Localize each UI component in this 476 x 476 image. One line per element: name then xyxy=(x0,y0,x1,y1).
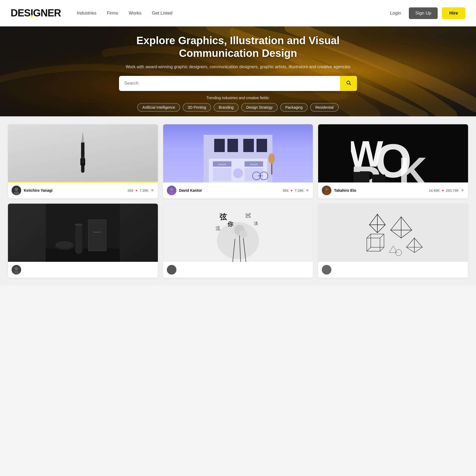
svg-point-98 xyxy=(322,265,331,274)
logo[interactable]: DESIGNER xyxy=(11,7,61,19)
signup-button[interactable]: Sign Up xyxy=(409,7,437,19)
header: DESIGNER Industries Firms Works Get List… xyxy=(0,0,476,26)
svg-text:LALIQUE: LALIQUE xyxy=(218,163,226,166)
svg-rect-29 xyxy=(213,168,231,181)
svg-rect-21 xyxy=(227,139,238,152)
card-6-footer xyxy=(318,262,468,278)
trending-label: Trending industries and creative fields: xyxy=(137,96,338,100)
card-1[interactable]: ancora 21K 875 Keiichiro Yanagi 369 xyxy=(8,124,158,198)
card-1-stats: 369 ♥ 7.39K 👁 xyxy=(127,189,154,193)
svg-text:弦: 弦 xyxy=(219,213,227,221)
svg-text:875: 875 xyxy=(82,162,84,163)
tag-packaging[interactable]: Packaging xyxy=(280,103,308,112)
card-4-avatar xyxy=(12,265,21,274)
svg-text:K: K xyxy=(399,149,427,182)
avatar-icon-3 xyxy=(322,186,331,195)
svg-text:你: 你 xyxy=(227,221,234,227)
card-5-footer xyxy=(163,262,313,278)
avatar-icon-5 xyxy=(167,265,176,274)
eye-icon-3: 👁 xyxy=(461,189,464,193)
login-button[interactable]: Login xyxy=(386,8,405,19)
tag-design-strategy[interactable]: Design Strategy xyxy=(241,103,278,112)
svg-point-36 xyxy=(268,153,275,164)
svg-text:淡: 淡 xyxy=(254,221,258,226)
nav-firms[interactable]: Firms xyxy=(107,11,118,16)
card-1-avatar xyxy=(12,186,21,195)
card-6[interactable] xyxy=(318,204,468,278)
svg-rect-53 xyxy=(89,220,106,251)
card-3-avatar xyxy=(322,186,331,195)
avatar-icon-6 xyxy=(322,265,331,274)
svg-rect-20 xyxy=(214,139,225,152)
card-2-avatar xyxy=(167,186,176,195)
svg-point-57 xyxy=(75,223,83,226)
card-6-avatar xyxy=(322,265,331,274)
svg-rect-23 xyxy=(257,139,267,152)
card-1-image: ancora 21K 875 xyxy=(8,124,158,182)
card-3-footer: Takahiro Eto 14.69K ♥ 293.78K 👁 xyxy=(318,182,468,198)
tag-ai[interactable]: Artificial Intelligence xyxy=(137,103,180,112)
svg-rect-46 xyxy=(372,175,385,182)
shop-svg: LALIQUE LALIQUE xyxy=(198,124,278,182)
card-4-footer xyxy=(8,262,158,278)
hire-button[interactable]: Hire xyxy=(442,7,465,19)
search-input[interactable] xyxy=(119,76,340,90)
search-icon xyxy=(346,80,351,85)
card-4-image: PRODUCT xyxy=(8,204,158,262)
header-actions: Login Sign Up Hire xyxy=(386,7,465,19)
svg-text:21K: 21K xyxy=(82,161,84,162)
card-2-image: LALIQUE LALIQUE xyxy=(163,124,313,182)
svg-point-38 xyxy=(170,188,173,191)
card-2-views: 7.28K xyxy=(295,189,304,193)
card-3-likes: 14.69K xyxy=(429,189,440,193)
svg-text:沉: 沉 xyxy=(245,213,251,218)
avatar-icon-2 xyxy=(167,186,176,195)
card-3[interactable]: W O R K xyxy=(318,124,468,198)
nav-industries[interactable]: Industries xyxy=(77,11,97,16)
chinese-svg: 弦 你 流 沉 淡 xyxy=(201,204,275,262)
cosmetic-svg: PRODUCT xyxy=(46,204,120,262)
card-5-image: 弦 你 流 沉 淡 xyxy=(163,204,313,262)
svg-rect-22 xyxy=(243,139,254,152)
nav-get-listed[interactable]: Get Listed xyxy=(152,11,173,16)
heart-icon-2: ♥ xyxy=(291,189,293,193)
eye-icon-2: 👁 xyxy=(306,189,309,193)
svg-rect-56 xyxy=(75,225,82,254)
card-3-views: 293.78K xyxy=(446,189,459,193)
hero-section: Explore Graphics, Illustration and Visua… xyxy=(0,26,476,116)
avatar-icon xyxy=(12,186,21,195)
svg-point-48 xyxy=(325,188,328,191)
svg-rect-45 xyxy=(354,172,369,182)
logo-des: DES xyxy=(11,7,30,19)
card-5-avatar xyxy=(167,265,176,274)
heart-icon: ♥ xyxy=(135,189,138,193)
card-5[interactable]: 弦 你 流 沉 淡 xyxy=(163,204,313,278)
card-4[interactable]: PRODUCT xyxy=(8,204,158,278)
tag-residential[interactable]: Residential xyxy=(310,103,338,112)
search-button[interactable] xyxy=(340,76,357,91)
card-2[interactable]: LALIQUE LALIQUE xyxy=(163,124,313,198)
cards-grid: ancora 21K 875 Keiichiro Yanagi 369 xyxy=(8,124,468,278)
main-nav: Industries Firms Works Get Listed xyxy=(77,11,386,16)
card-3-author: Takahiro Eto xyxy=(334,188,426,193)
svg-text:ancora: ancora xyxy=(82,157,84,158)
search-bar xyxy=(119,76,357,91)
card-1-likes: 369 xyxy=(127,189,133,193)
svg-rect-78 xyxy=(356,204,430,262)
svg-point-70 xyxy=(239,230,247,238)
tag-3dprinting[interactable]: 3D Printing xyxy=(183,103,211,112)
tag-branding[interactable]: Branding xyxy=(214,103,239,112)
yellow-bar xyxy=(8,181,158,182)
pen-svg: ancora 21K 875 xyxy=(71,127,95,180)
svg-point-17 xyxy=(15,188,18,191)
main-content: ancora 21K 875 Keiichiro Yanagi 369 xyxy=(0,116,476,286)
card-2-footer: David Kantor 364 ♥ 7.28K 👁 xyxy=(163,182,313,198)
card-3-stats: 14.69K ♥ 293.78K 👁 xyxy=(429,189,464,193)
svg-point-31 xyxy=(233,168,243,178)
svg-point-77 xyxy=(167,265,176,274)
hero-title: Explore Graphics, Illustration and Visua… xyxy=(119,34,357,59)
geo-svg xyxy=(356,204,430,262)
nav-works[interactable]: Works xyxy=(129,11,141,16)
svg-rect-51 xyxy=(46,249,120,262)
card-3-image: W O R K xyxy=(318,124,468,182)
